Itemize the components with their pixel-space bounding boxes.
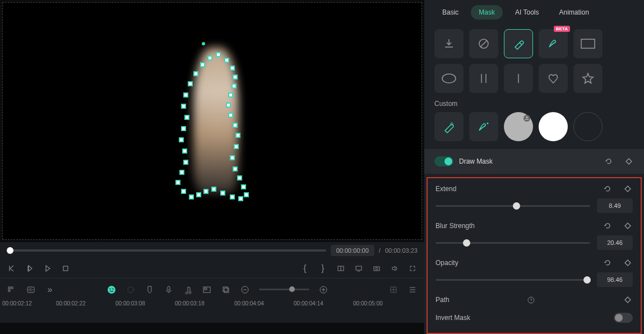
shape-single-line-button[interactable] — [504, 64, 533, 93]
ruler-tick: 00:00:03:18 — [175, 300, 205, 307]
shape-import-button[interactable] — [434, 29, 464, 58]
time-separator: / — [379, 247, 381, 254]
play-pause-button[interactable] — [25, 263, 35, 273]
ruler-tick: 00:00:02:22 — [56, 300, 86, 307]
ruler-tick: 00:00:05:00 — [353, 300, 383, 307]
shape-heart-button[interactable] — [539, 64, 568, 93]
zoom-out-icon[interactable] — [240, 285, 250, 295]
invert-mask-toggle[interactable] — [614, 313, 633, 323]
shape-parallel-button[interactable] — [469, 64, 498, 93]
shape-star-button[interactable] — [573, 64, 603, 93]
path-keyframe-icon[interactable] — [623, 295, 633, 305]
brace-open-icon[interactable]: { — [300, 263, 310, 273]
timeline-menu-icon[interactable] — [7, 285, 17, 295]
shape-rectangle-button[interactable] — [573, 29, 603, 58]
extend-label: Extend — [435, 185, 603, 193]
tab-mask[interactable]: Mask — [471, 5, 503, 20]
prev-frame-button[interactable] — [7, 263, 17, 273]
reset-icon[interactable] — [604, 156, 614, 166]
blur-keyframe-icon[interactable] — [623, 221, 633, 231]
opacity-slider[interactable] — [435, 279, 590, 281]
svg-point-9 — [108, 286, 115, 294]
ruler-tick: 00:00:03:08 — [115, 300, 145, 307]
timeline-ruler[interactable]: 00:00:02:12 00:00:02:22 00:00:03:08 00:0… — [0, 300, 424, 323]
custom-pen-button[interactable] — [434, 112, 464, 141]
svg-rect-17 — [224, 288, 229, 293]
opacity-keyframe-icon[interactable] — [623, 258, 633, 268]
extend-keyframe-icon[interactable] — [623, 184, 633, 194]
custom-white-circle-button[interactable] — [539, 112, 568, 141]
custom-gray-circle-button[interactable] — [504, 112, 533, 141]
svg-rect-0 — [63, 266, 68, 271]
shape-brush-button[interactable]: BETA — [539, 29, 568, 58]
invert-mask-row: Invert Mask — [435, 313, 633, 323]
zoom-slider[interactable] — [259, 289, 309, 290]
display-icon[interactable] — [354, 263, 364, 273]
zoom-in-icon[interactable] — [318, 285, 328, 295]
timeline-toolbar: » — [0, 278, 424, 300]
blur-reset-icon[interactable] — [603, 221, 613, 231]
editor-left-panel: 00:00:00:00 / 00:00:03:23 { } » — [0, 0, 424, 334]
total-time: 00:00:03:23 — [385, 247, 418, 254]
music-icon[interactable] — [183, 285, 193, 295]
picture-icon[interactable] — [202, 285, 212, 295]
brace-close-icon[interactable]: } — [318, 263, 328, 273]
extend-slider[interactable] — [435, 205, 590, 207]
layers-icon[interactable] — [221, 285, 231, 295]
svg-point-22 — [442, 74, 456, 83]
properties-panel: Basic Mask AI Tools Animation BETA Custo… — [424, 0, 644, 334]
smiley-icon[interactable] — [106, 285, 117, 295]
svg-rect-5 — [8, 287, 10, 289]
stop-button[interactable] — [61, 263, 71, 273]
extend-value[interactable]: 8.49 — [597, 198, 633, 213]
tab-basic[interactable]: Basic — [434, 5, 466, 20]
svg-rect-21 — [581, 39, 595, 48]
waveform-icon[interactable] — [26, 285, 36, 295]
marker-icon[interactable] — [145, 285, 155, 295]
ruler-tick: 00:00:02:12 — [2, 300, 32, 307]
invert-label: Invert Mask — [435, 314, 525, 322]
mic-icon[interactable] — [164, 285, 174, 295]
opacity-property: Opacity 98.46 — [435, 258, 633, 287]
draw-mask-row: Draw Mask — [424, 149, 644, 174]
blur-slider[interactable] — [435, 242, 590, 244]
snapshot-icon[interactable] — [372, 263, 382, 273]
custom-empty-circle-button[interactable] — [573, 112, 603, 141]
shape-ellipse-button[interactable] — [434, 64, 464, 93]
path-property: Path — [435, 295, 633, 305]
shape-none-button[interactable] — [469, 29, 498, 58]
expand-icon[interactable]: » — [45, 285, 55, 295]
ruler-tick: 00:00:04:04 — [234, 300, 264, 307]
keyframe-icon[interactable] — [624, 156, 634, 166]
blur-property: Blur Strength 20.46 — [435, 221, 633, 250]
tab-animation[interactable]: Animation — [551, 5, 596, 20]
draw-mask-toggle[interactable] — [434, 156, 453, 166]
playhead-scrubber[interactable] — [7, 249, 326, 252]
shape-pen-button[interactable] — [504, 29, 533, 58]
video-viewport[interactable] — [2, 2, 422, 240]
blur-value[interactable]: 20.46 — [597, 235, 633, 250]
extend-reset-icon[interactable] — [603, 184, 613, 194]
svg-rect-2 — [356, 266, 362, 270]
tab-ai-tools[interactable]: AI Tools — [507, 5, 546, 20]
blur-label: Blur Strength — [435, 222, 603, 230]
volume-icon[interactable] — [390, 263, 400, 273]
play-button[interactable] — [43, 263, 53, 273]
path-label: Path — [435, 296, 522, 304]
path-help-icon[interactable] — [526, 295, 536, 305]
property-tabs: Basic Mask AI Tools Animation — [424, 0, 644, 25]
list-icon[interactable] — [407, 285, 418, 295]
ruler-tick: 00:00:04:14 — [294, 300, 323, 307]
svg-rect-7 — [8, 290, 10, 291]
custom-brush-button[interactable] — [469, 112, 498, 141]
mask-overlay[interactable] — [177, 48, 255, 205]
opacity-value[interactable]: 98.46 — [597, 272, 633, 287]
svg-rect-16 — [223, 287, 228, 291]
fullscreen-icon[interactable] — [407, 263, 418, 273]
grid-icon[interactable] — [388, 285, 399, 295]
sparkle-icon[interactable] — [126, 285, 136, 295]
svg-point-23 — [487, 123, 489, 124]
opacity-reset-icon[interactable] — [603, 258, 613, 268]
playback-controls: { } — [0, 259, 424, 278]
ratio-icon[interactable] — [336, 263, 346, 273]
